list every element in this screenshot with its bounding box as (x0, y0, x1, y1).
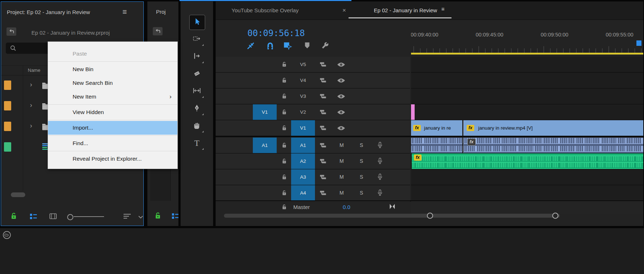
snap-magnet-icon[interactable] (267, 42, 274, 51)
expand-chevron-icon[interactable]: › (30, 81, 32, 88)
track-content-v5[interactable] (411, 57, 643, 73)
slip-tool[interactable] (189, 84, 204, 99)
track-content-a2[interactable]: fx (411, 153, 643, 169)
icon-view-icon[interactable] (49, 213, 57, 221)
menu-item-import[interactable]: Import... (48, 121, 177, 135)
track-target-a3[interactable]: A3 (291, 169, 315, 185)
clip-january-in-review-audio-b[interactable]: fx (463, 138, 643, 153)
timeline-ruler[interactable]: 00:09:40:0000:09:45:0000:09:50:0000:09:5… (411, 22, 643, 57)
lock-icon[interactable] (282, 109, 287, 115)
track-target-v3[interactable]: V3 (291, 88, 315, 104)
expand-chevron-icon[interactable]: › (30, 101, 32, 109)
mute-button[interactable]: M (340, 142, 344, 148)
voiceover-mic-icon[interactable] (377, 142, 382, 148)
navigate-up-button[interactable] (153, 27, 163, 35)
scrollbar-zoom-handle-right[interactable] (552, 213, 558, 219)
track-sync-lock-icon[interactable] (320, 158, 327, 164)
lock-icon[interactable] (282, 190, 287, 196)
track-content-a1[interactable]: fx (411, 138, 643, 153)
linked-selection-icon[interactable] (247, 42, 255, 51)
menu-item-new-item[interactable]: New Item› (48, 90, 177, 104)
track-sync-lock-icon[interactable] (320, 125, 327, 131)
clip-pink-sliver[interactable] (411, 104, 415, 120)
mute-button[interactable]: M (340, 174, 344, 180)
track-target-v5[interactable]: V5 (291, 57, 315, 72)
lock-icon[interactable] (282, 78, 287, 83)
clip-january-in-review-video-b[interactable]: fxjanuary in review.mp4 [V] (463, 120, 643, 136)
track-output-eye-icon[interactable] (337, 62, 345, 67)
zoom-slider-knob[interactable] (67, 214, 73, 220)
mute-button[interactable]: M (340, 158, 344, 164)
menu-item-new-bin[interactable]: New Bin (48, 62, 177, 76)
track-sync-lock-icon[interactable] (320, 174, 327, 180)
menu-item-view-hidden[interactable]: View Hidden (48, 105, 177, 119)
tab-close-icon[interactable]: × (342, 7, 346, 14)
timeline-horizontal-scrollbar[interactable] (224, 214, 560, 218)
track-sync-lock-icon[interactable] (320, 93, 327, 99)
project-panel-menu-icon[interactable]: ≡ (122, 9, 127, 14)
scrollbar-zoom-handle-left[interactable] (427, 213, 433, 219)
secondary-panel-tab[interactable]: Proj (156, 9, 166, 15)
project-writable-lock-icon[interactable] (10, 213, 17, 221)
lock-icon[interactable] (282, 143, 287, 148)
track-content-v1[interactable]: fxjanuary in refxjanuary in review.mp4 [… (411, 120, 643, 136)
keyframe-bowtie-icon[interactable] (389, 204, 396, 209)
list-view-icon[interactable] (30, 213, 37, 221)
label-color-swatch[interactable] (4, 101, 11, 110)
solo-button[interactable]: S (360, 190, 363, 196)
menu-item-new-search-bin[interactable]: New Search Bin (48, 76, 177, 90)
ripple-edit-tool[interactable] (189, 49, 204, 64)
menu-item-find[interactable]: Find... (48, 136, 177, 150)
tab-youtube-subscribe-overlay[interactable]: YouTube Subscribe Overlay (232, 7, 299, 13)
column-header-name[interactable]: Name (28, 68, 40, 73)
type-tool[interactable]: T (189, 136, 204, 151)
voiceover-mic-icon[interactable] (377, 174, 382, 180)
track-output-eye-icon[interactable] (337, 126, 345, 131)
clip-january-in-review-video-a[interactable]: fxjanuary in re (411, 120, 462, 136)
lock-icon[interactable] (282, 158, 287, 164)
track-content-a3[interactable] (411, 169, 643, 185)
track-content-v4[interactable] (411, 73, 643, 88)
menu-item-reveal-project-in-explorer[interactable]: Reveal Project in Explorer... (48, 152, 177, 166)
pen-tool[interactable] (189, 101, 204, 116)
source-patch-v1[interactable]: V1 (253, 104, 277, 120)
track-output-eye-icon[interactable] (337, 78, 345, 83)
track-select-forward-tool[interactable] (189, 32, 204, 47)
track-sync-lock-icon[interactable] (320, 190, 327, 196)
master-level-value[interactable]: 0.0 (343, 204, 350, 210)
tab-ep02-january-in-review[interactable]: Ep 02 - January in Review (374, 7, 437, 13)
project-list-scrollbar[interactable] (11, 192, 25, 197)
work-area-bar[interactable] (411, 53, 643, 55)
playhead-timecode[interactable]: 00:09:56:18 (247, 28, 305, 38)
track-target-v2[interactable]: V2 (291, 104, 315, 120)
solo-button[interactable]: S (360, 174, 363, 180)
lock-icon[interactable] (282, 62, 287, 67)
track-output-eye-icon[interactable] (337, 94, 345, 99)
track-target-a2[interactable]: A2 (291, 153, 315, 169)
nested-sequence-icon[interactable] (284, 42, 292, 51)
track-sync-lock-icon[interactable] (320, 78, 327, 83)
solo-button[interactable]: S (360, 158, 363, 164)
timeline-settings-wrench-icon[interactable] (321, 42, 329, 51)
source-patch-a1[interactable]: A1 (253, 138, 277, 153)
clip-january-in-review-audio-a[interactable] (411, 138, 462, 153)
track-sync-lock-icon[interactable] (320, 143, 327, 148)
marker-icon[interactable] (304, 42, 310, 51)
menu-item-paste[interactable]: Paste (48, 47, 177, 61)
label-color-swatch[interactable] (4, 122, 11, 131)
mute-button[interactable]: M (340, 190, 344, 196)
solo-button[interactable]: S (360, 142, 363, 148)
playhead-marker[interactable] (636, 40, 641, 46)
expand-chevron-icon[interactable]: › (30, 122, 32, 130)
track-target-v1[interactable]: V1 (291, 120, 315, 136)
track-sync-lock-icon[interactable] (320, 109, 327, 115)
clip-music-green[interactable]: fx (412, 153, 643, 169)
track-target-v4[interactable]: V4 (291, 73, 315, 88)
selection-tool[interactable] (189, 15, 205, 30)
timeline-panel-menu-icon[interactable]: ≡ (441, 6, 445, 12)
hand-tool[interactable] (189, 119, 204, 133)
chevron-down-icon[interactable] (138, 214, 143, 220)
razor-tool[interactable] (189, 67, 204, 81)
track-content-v3[interactable] (411, 88, 643, 104)
lock-icon[interactable] (282, 174, 287, 180)
